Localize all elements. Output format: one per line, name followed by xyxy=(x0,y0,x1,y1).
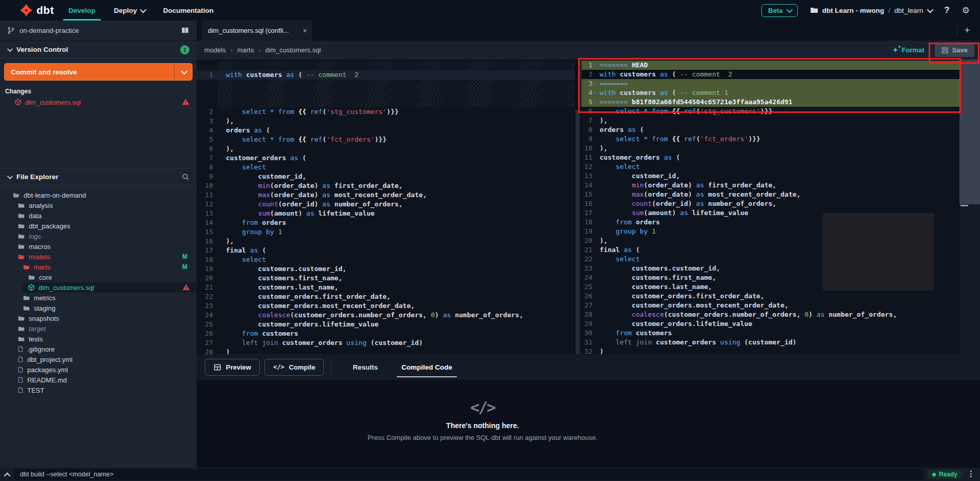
account-switcher[interactable]: dbt Learn - mwong / dbt_learn xyxy=(810,6,932,14)
code-line[interactable]: 29 customer_orders.lifetime_value xyxy=(579,319,980,329)
code-line[interactable]: 23 customer_orders.most_recent_order_dat… xyxy=(197,301,575,311)
tree-item-target[interactable]: target xyxy=(0,323,197,334)
code-line[interactable]: 10 min(order_date) as first_order_date, xyxy=(197,181,575,190)
code-line[interactable]: 3), xyxy=(197,117,575,126)
code-line[interactable]: 15 group by 1 xyxy=(197,227,575,237)
editor-pane-left[interactable]: 1with customers as ( -- comment 22 selec… xyxy=(197,60,575,354)
search-icon[interactable] xyxy=(182,173,189,181)
format-button[interactable]: ✦✦ Format xyxy=(893,46,925,54)
code-line[interactable]: 7customer_orders as ( xyxy=(197,153,575,163)
code-editor[interactable]: 1with customers as ( -- comment 22 selec… xyxy=(197,60,980,354)
code-line[interactable]: 26 customer_orders.first_order_date, xyxy=(579,292,980,301)
code-line[interactable]: 11 max(order_date) as most_recent_order_… xyxy=(197,190,575,200)
code-line[interactable]: 14 from orders xyxy=(197,218,575,227)
code-line[interactable]: 5 select * from {{ ref('fct_orders')}} xyxy=(197,135,575,144)
right-pane-minimap[interactable] xyxy=(959,60,980,354)
code-line[interactable]: 4+with customers as ( -- comment 1 xyxy=(579,88,980,98)
code-line[interactable]: 17final as ( xyxy=(197,246,575,255)
code-line[interactable]: 13 customer_id, xyxy=(579,171,980,181)
nav-item-develop[interactable]: Develop xyxy=(68,0,95,21)
code-line[interactable]: 13 sum(amount) as lifetime_value xyxy=(197,209,575,218)
version-control-header[interactable]: Version Control 1 xyxy=(0,41,197,59)
panel-tab-results[interactable]: Results xyxy=(351,354,380,380)
code-line[interactable]: 8 select xyxy=(197,163,575,172)
code-line[interactable]: 11 customer_orders as ( xyxy=(579,153,980,162)
code-line[interactable]: 9 select * from {{ ref('fct_orders')}} xyxy=(579,134,980,144)
nav-item-documentation[interactable]: Documentation xyxy=(163,0,214,21)
changed-file-row[interactable]: dim_customers.sql xyxy=(0,97,197,107)
docs-book-icon[interactable] xyxy=(181,27,189,34)
tree-item-test[interactable]: TEST xyxy=(0,385,197,395)
tree-item-dim-customers-sql[interactable]: dim_customers.sql xyxy=(0,282,197,293)
code-line[interactable]: 27 left join customer_orders using (cust… xyxy=(197,338,575,348)
tree-item-tests[interactable]: tests xyxy=(0,334,197,344)
file-tab-dim-customers[interactable]: dim_customers.sql (confli... × xyxy=(201,21,312,41)
commit-button-dropdown[interactable] xyxy=(174,64,192,80)
code-line[interactable]: 1+<<<<<<< HEAD xyxy=(579,61,980,70)
tree-item-marts[interactable]: martsM xyxy=(0,262,197,272)
close-tab-icon[interactable]: × xyxy=(303,27,307,35)
git-branch-row[interactable]: on-demand-practice xyxy=(0,21,197,41)
code-line[interactable]: 28 coalesce(customer_orders.number_of_or… xyxy=(579,310,980,319)
code-line[interactable]: 26 from customers xyxy=(197,329,575,338)
code-line[interactable]: 6 select * from {{ ref('stg_customers')}… xyxy=(579,107,980,116)
beta-dropdown[interactable]: Beta xyxy=(761,4,797,17)
tree-item-core[interactable]: core xyxy=(0,272,197,282)
code-line[interactable]: 6), xyxy=(197,144,575,153)
code-line[interactable]: 28) xyxy=(197,348,575,354)
tree-item-snapshots[interactable]: snapshots xyxy=(0,313,197,323)
code-line[interactable]: 12 select xyxy=(579,162,980,171)
breadcrumb-item[interactable]: marts xyxy=(237,46,254,54)
code-line[interactable]: 3+======= xyxy=(579,79,980,88)
tree-item-dbt-learn-on-demand[interactable]: dbt-learn-on-demand xyxy=(0,190,197,200)
code-line[interactable]: 2 select * from {{ ref('stg_customers')}… xyxy=(197,107,575,117)
code-line[interactable]: 16), xyxy=(197,237,575,246)
code-line[interactable]: 14 min(order_date) as first_order_date, xyxy=(579,181,980,190)
code-line[interactable]: 4orders as ( xyxy=(197,126,575,135)
code-line[interactable]: 9 customer_id, xyxy=(197,172,575,181)
code-line[interactable]: 7 ), xyxy=(579,116,980,125)
nav-item-deploy[interactable]: Deploy xyxy=(114,0,145,21)
tree-item-logs[interactable]: logs xyxy=(0,231,197,241)
code-line[interactable]: 15 max(order_date) as most_recent_order_… xyxy=(579,190,980,199)
panel-tab-compiled-code[interactable]: Compiled Code xyxy=(399,354,454,380)
code-line[interactable]: 22 customer_orders.first_order_date, xyxy=(197,292,575,301)
code-line[interactable]: 18 select xyxy=(197,255,575,264)
tree-item-dbt-packages[interactable]: dbt_packages xyxy=(0,221,197,231)
tree-item-models[interactable]: modelsM xyxy=(0,252,197,262)
code-line[interactable]: 20 customers.first_name, xyxy=(197,274,575,283)
code-line[interactable]: 21 customers.last_name, xyxy=(197,283,575,292)
code-line[interactable]: 31 left join customer_orders using (cust… xyxy=(579,338,980,347)
command-input[interactable]: dbt build --select <model_name> xyxy=(14,469,924,480)
code-line[interactable]: 5+>>>>>>> b81f802a66fd544504c65721e3ffaa… xyxy=(579,98,980,107)
settings-gear-icon[interactable]: ⚙ xyxy=(962,5,970,16)
tree-item-metrics[interactable]: metrics xyxy=(0,293,197,303)
kebab-menu-icon[interactable]: ⋮ xyxy=(967,469,975,478)
tree-item-data[interactable]: data xyxy=(0,210,197,221)
chevron-up-icon[interactable] xyxy=(6,470,10,479)
tree-item-staging[interactable]: staging xyxy=(0,303,197,313)
tree-item-packages-yml[interactable]: packages.yml xyxy=(0,364,197,375)
tree-item--gitignore[interactable]: .gitignore xyxy=(0,344,197,354)
compile-button[interactable]: </> Compile xyxy=(264,359,324,376)
tree-item-readme-md[interactable]: README.md xyxy=(0,375,197,385)
save-button[interactable]: Save xyxy=(935,44,974,57)
preview-button[interactable]: Preview xyxy=(205,359,260,376)
code-line[interactable]: 25 customer_orders.lifetime_value xyxy=(197,320,575,329)
code-line[interactable]: 10 ), xyxy=(579,144,980,153)
code-line[interactable]: 8 orders as ( xyxy=(579,125,980,134)
code-line[interactable]: 24 coalesce(customer_orders.number_of_or… xyxy=(197,311,575,320)
dbt-logo[interactable]: dbt xyxy=(20,4,54,17)
breadcrumb-item[interactable]: models xyxy=(204,46,226,54)
code-line[interactable]: 12 count(order_id) as number_of_orders, xyxy=(197,200,575,209)
editor-pane-right[interactable]: 1+<<<<<<< HEAD2 with customers as ( -- c… xyxy=(579,60,980,354)
new-tab-button[interactable]: + xyxy=(962,25,973,36)
code-line[interactable]: 1with customers as ( -- comment 2 xyxy=(197,70,575,80)
file-explorer-header[interactable]: File Explorer xyxy=(0,168,197,186)
code-line[interactable]: 16 count(order_id) as number_of_orders, xyxy=(579,199,980,208)
tree-item-macros[interactable]: macros xyxy=(0,241,197,252)
code-line[interactable]: 27 customer_orders.most_recent_order_dat… xyxy=(579,301,980,310)
tree-item-analysis[interactable]: analysis xyxy=(0,200,197,210)
commit-and-resolve-button[interactable]: Commit and resolve xyxy=(4,63,193,81)
breadcrumb-item[interactable]: dim_customers.sql xyxy=(265,46,320,54)
